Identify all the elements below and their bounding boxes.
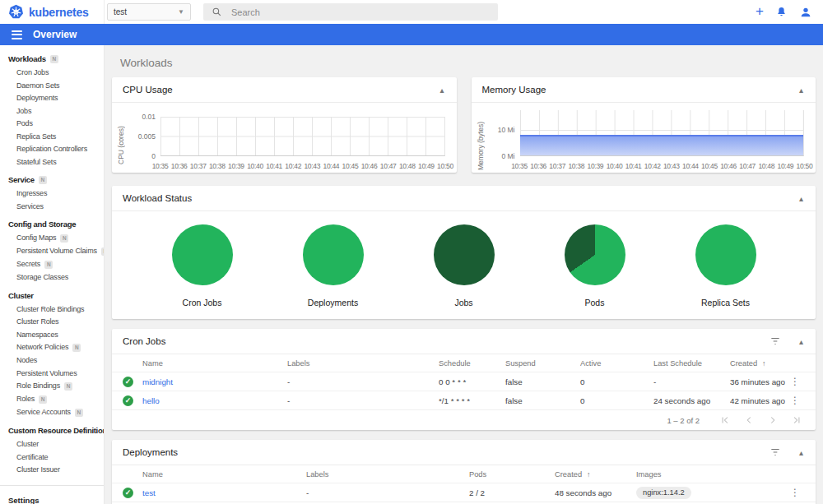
sidebar-entry-label: Role Bindings [16,382,60,391]
x-tick: 10:37 [548,162,567,170]
pie-chart[interactable] [303,224,364,285]
user-account-icon[interactable] [799,6,812,19]
collapse-icon[interactable]: ▴ [797,337,805,346]
column-header[interactable]: Images [636,470,785,479]
sidebar-entry[interactable]: Cluster Issuer [0,464,104,477]
namespace-selector[interactable]: test ▼ [107,3,191,21]
status-ok-icon: ✓ [123,488,133,498]
resource-name-link[interactable]: test [142,488,306,497]
namespaced-badge: N [39,395,47,404]
sidebar-nav: Workloads N Cron Jobs Daemon Sets Deploy… [0,45,105,504]
column-header[interactable]: Pods [469,470,555,479]
table-row[interactable]: ✓ test - 2 / 2 48 seconds ago nginx:1.14… [112,483,816,502]
first-page-icon[interactable] [719,414,731,426]
sidebar-entry[interactable]: Service Accounts N [0,406,104,419]
sidebar-entry[interactable]: Services [0,201,104,214]
pie-chart[interactable] [434,224,495,285]
sidebar-entry[interactable]: Config and Storage [0,213,104,232]
sort-arrow-icon: ↑ [762,359,766,368]
column-header[interactable]: Labels [287,359,439,368]
sidebar-entry[interactable]: Daemon Sets [0,80,104,93]
pie-chart[interactable] [172,224,233,285]
sidebar-entry[interactable]: Persistent Volume Claims N [0,245,104,258]
labels-cell: - [287,377,439,386]
collapse-icon[interactable]: ▴ [797,448,805,457]
collapse-icon[interactable]: ▴ [797,86,805,95]
sidebar-entry-label: Config and Storage [8,220,76,229]
sidebar-entry[interactable]: Settings [0,488,104,504]
menu-hamburger-icon[interactable] [12,30,22,39]
kubernetes-logo[interactable]: kubernetes [0,0,105,24]
images-cell: nginx:1.14.2 [636,487,785,499]
sidebar-entry[interactable]: Config Maps N [0,232,104,245]
notifications-bell-icon[interactable] [775,6,788,18]
previous-page-icon[interactable] [743,414,755,426]
search-input[interactable] [230,7,490,18]
sidebar-entry[interactable]: Cluster [0,284,104,303]
column-header[interactable]: Name [142,359,287,368]
sidebar-entry[interactable]: Cluster [0,438,104,451]
sidebar-entry[interactable]: Pods [0,118,104,131]
cpu-plot-area [160,117,445,156]
sidebar-entry-label: Custom Resource Definitions [8,426,105,435]
toolbar-title: Overview [33,29,77,40]
sidebar-entry[interactable]: Jobs [0,105,104,118]
namespaced-badge: N [44,261,53,269]
sidebar-entry[interactable]: Service N [0,169,104,187]
table-row[interactable]: ✓ hello - */1 * * * * false 0 24 seconds… [112,391,816,410]
column-header[interactable]: Active [580,359,653,368]
sidebar-entry[interactable]: Certificate [0,451,104,465]
sidebar-entry[interactable]: Nodes [0,354,104,368]
column-header[interactable]: Last Schedule [653,359,730,368]
resource-name-link[interactable]: midnight [142,377,287,386]
status-ok-icon: ✓ [123,395,133,406]
sidebar-entry[interactable] [0,485,104,486]
row-menu-icon[interactable]: ⋮ [785,376,805,387]
column-header[interactable]: Labels [306,470,469,479]
collapse-icon[interactable]: ▴ [797,194,805,203]
sidebar-entry[interactable]: Ingresses [0,187,104,201]
sidebar-entry[interactable]: Secrets N [0,258,104,271]
pie-chart[interactable] [565,224,625,285]
column-header[interactable]: Schedule [439,359,505,368]
sidebar-entry[interactable]: Cluster Role Bindings [0,303,104,317]
logo-text: kubernetes [29,6,89,19]
sort-arrow-icon: ↑ [587,470,591,479]
sidebar-entry[interactable]: Cluster Roles [0,316,104,329]
sidebar-entry[interactable]: Cron Jobs [0,67,104,80]
sidebar-entry[interactable]: Namespaces [0,329,104,342]
sidebar-entry[interactable]: Network Policies N [0,341,104,354]
sidebar-entry[interactable]: Custom Resource Definitions [0,419,104,438]
sidebar-entry[interactable]: Roles N [0,393,104,406]
column-header[interactable]: Suspend [505,359,580,368]
row-menu-icon[interactable]: ⋮ [785,395,805,406]
sidebar-entry[interactable]: Stateful Sets [0,156,104,169]
filter-icon[interactable] [770,446,781,458]
y-tick: 0.01 [128,113,156,121]
workload-status-pie: Cron Jobs [172,224,233,307]
sidebar-entry[interactable]: Workloads N [0,48,104,67]
table-row[interactable]: ✓ midnight - 0 0 * * * false 0 - 36 minu… [112,372,816,391]
sidebar-entry[interactable]: Deployments [0,92,104,105]
x-tick: 10:40 [605,162,624,170]
column-header[interactable]: Name [142,470,306,479]
filter-icon[interactable] [770,335,781,347]
sidebar-entry-label: Cron Jobs [16,69,49,77]
workload-status-pie: Replica Sets [695,224,756,307]
sidebar-entry[interactable]: Role Bindings N [0,380,104,393]
suspend-cell: false [505,396,580,405]
search-bar[interactable] [203,3,498,21]
pie-chart[interactable] [695,224,756,285]
sidebar-entry[interactable]: Replica Sets [0,131,104,144]
column-header[interactable]: Created↑ [555,470,636,479]
collapse-icon[interactable]: ▴ [438,86,445,95]
sidebar-entry[interactable]: Persistent Volumes [0,368,104,381]
create-resource-icon[interactable]: + [756,4,764,18]
column-header[interactable]: Created↑ [730,359,785,368]
sidebar-entry[interactable]: Storage Classes [0,271,104,284]
next-page-icon[interactable] [767,414,779,426]
sidebar-entry[interactable]: Replication Controllers [0,143,104,156]
row-menu-icon[interactable]: ⋮ [785,487,805,498]
last-page-icon[interactable] [791,414,802,426]
resource-name-link[interactable]: hello [142,396,287,405]
